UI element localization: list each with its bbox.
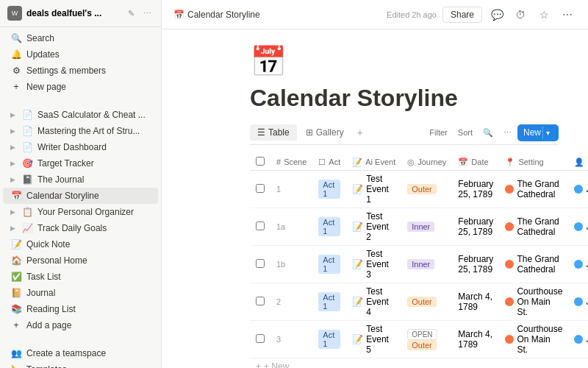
person-icon — [574, 185, 583, 194]
table-row[interactable]: 3 Act 1 📝 Test Event 5 OPEN Outer March … — [250, 321, 588, 358]
table-row[interactable]: 2 Act 1 📝 Test Event 4 Outer March 4, 17… — [250, 283, 588, 321]
sidebar-item-journal2[interactable]: 📔 Journal — [3, 285, 158, 301]
select-all-checkbox[interactable] — [256, 157, 265, 166]
focus-char-cell: John Doe — [568, 208, 588, 246]
scene-cell: 1a — [270, 208, 312, 246]
col-header-act[interactable]: ☐ Act — [312, 154, 346, 171]
add-row-button[interactable]: + + New — [250, 358, 559, 368]
journey-tag[interactable]: Inner — [407, 259, 434, 269]
calendar-icon: 📅 — [10, 191, 22, 201]
pencil-icon[interactable]: ✎ — [124, 7, 137, 20]
note-icon: 📝 — [10, 239, 22, 250]
sidebar-item-personal-home[interactable]: 🏠 Personal Home — [3, 252, 158, 269]
table-row[interactable]: 1 Act 1 📝 Test Event 1 Outer February 25… — [250, 171, 588, 208]
more-table-options[interactable]: ⋯ — [499, 127, 516, 139]
col-header-setting[interactable]: 📍 Setting — [499, 154, 568, 171]
act-tag[interactable]: Act 1 — [318, 255, 340, 274]
col-header-ai-event[interactable]: 📝 Ai Event — [346, 154, 401, 171]
event-name[interactable]: 📝 Test Event 3 — [352, 249, 395, 280]
journey-tag[interactable]: Outer — [407, 297, 437, 307]
history-icon[interactable]: ⏱ — [512, 6, 529, 24]
sidebar-item-create-teamspace[interactable]: 👥 Create a teamspace — [3, 345, 158, 361]
row-checkbox[interactable] — [256, 297, 265, 305]
char-cell[interactable]: John Doe — [574, 184, 588, 194]
search-table-button[interactable]: 🔍 — [478, 127, 498, 139]
new-record-button[interactable]: New ▾ — [517, 124, 559, 141]
focus-char-cell: John Doe — [568, 321, 588, 358]
tab-table[interactable]: ☰ Table — [250, 124, 297, 141]
sidebar-item-journal[interactable]: ▶ 📓 The Journal — [3, 171, 158, 188]
sidebar-item-add-page[interactable]: + Add a page — [3, 317, 158, 333]
event-name[interactable]: 📝 Test Event 5 — [352, 324, 395, 355]
location-cell[interactable]: The Grand Cathedral — [505, 179, 562, 199]
char-cell[interactable]: John Doe — [574, 259, 588, 269]
char-cell[interactable]: John Doe — [574, 334, 588, 344]
sidebar-item-saas[interactable]: ▶ 📄 SaaS Calculator & Cheat ... — [3, 107, 158, 123]
row-checkbox-cell — [250, 246, 270, 283]
sidebar-item-reading-list[interactable]: 📚 Reading List — [3, 301, 158, 317]
tab-gallery[interactable]: ⊞ Gallery — [298, 124, 351, 141]
open-badge: OPEN — [407, 329, 437, 340]
sidebar-item-quick-note[interactable]: 📝 Quick Note — [3, 236, 158, 252]
sidebar-item-personal-organizer[interactable]: ▶ 📋 Your Personal Organizer — [3, 204, 158, 220]
act-tag[interactable]: Act 1 — [318, 180, 340, 199]
char-cell[interactable]: Jane Doe — [574, 297, 588, 307]
event-name[interactable]: 📝 Test Event 4 — [352, 286, 395, 317]
sidebar-item-target[interactable]: ▶ 🎯 Target Tracker — [3, 155, 158, 171]
col-header-focus-character[interactable]: 👤 Focus Character — [568, 154, 588, 171]
journey-tag[interactable]: Outer — [407, 340, 437, 350]
row-checkbox[interactable] — [256, 334, 265, 343]
sidebar-item-newpage[interactable]: + New page — [3, 79, 158, 95]
event-icon: 📝 — [352, 334, 363, 344]
share-button[interactable]: Share — [442, 7, 482, 23]
row-checkbox-cell — [250, 208, 270, 246]
sidebar-item-settings[interactable]: ⚙ Settings & members — [3, 63, 158, 79]
journey-tag[interactable]: Outer — [407, 184, 437, 194]
sort-button[interactable]: Sort — [453, 127, 477, 138]
comment-icon[interactable]: 💬 — [488, 6, 506, 24]
location-cell[interactable]: The Grand Cathedral — [505, 216, 562, 237]
col-check — [250, 154, 270, 171]
col-header-journey[interactable]: ◎ Journey — [401, 154, 452, 171]
table-row[interactable]: 1b Act 1 📝 Test Event 3 Inner February 2… — [250, 246, 588, 283]
sidebar-item-track-daily[interactable]: ▶ 📈 Track Daily Goals — [3, 220, 158, 236]
sidebar-top-bar: W deals dealfuel's ... ✎ ⋯ — [0, 0, 161, 27]
page-content: 📅 Calendar Storyline ☰ Table ⊞ Gallery +… — [162, 29, 588, 368]
sidebar-item-task-list[interactable]: ✅ Task List — [3, 269, 158, 285]
scene-number: 1a — [276, 222, 285, 231]
favorite-icon[interactable]: ☆ — [535, 6, 553, 24]
sidebar-item-writer[interactable]: ▶ 📄 Writer Dashboard — [3, 139, 158, 155]
journey-tag[interactable]: Inner — [407, 222, 434, 232]
add-view-button[interactable]: + — [353, 124, 368, 141]
location-cell[interactable]: The Grand Cathedral — [505, 254, 562, 275]
row-checkbox[interactable] — [256, 184, 265, 193]
date-cell: March 4, 1789 — [452, 283, 499, 321]
new-dropdown-arrow[interactable]: ▾ — [542, 127, 553, 139]
setting-cell: Courthouse On Main St. — [499, 321, 568, 358]
sidebar-item-search[interactable]: 🔍 Search — [3, 30, 158, 46]
col-header-date[interactable]: 📅 Date — [452, 154, 499, 171]
char-cell[interactable]: John Doe — [574, 222, 588, 232]
location-pin-icon — [505, 297, 514, 306]
sidebar-item-mastering[interactable]: ▶ 📄 Mastering the Art of Stru... — [3, 123, 158, 139]
more-options-icon[interactable]: ⋯ — [559, 6, 576, 24]
date-col-icon: 📅 — [458, 158, 468, 167]
row-checkbox[interactable] — [256, 222, 265, 230]
filter-button[interactable]: Filter — [425, 127, 451, 138]
more-icon[interactable]: ⋯ — [140, 7, 154, 20]
table-row[interactable]: 1a Act 1 📝 Test Event 2 Inner February 2… — [250, 208, 588, 246]
col-header-scene[interactable]: # Scene — [270, 154, 312, 171]
sidebar-item-updates[interactable]: 🔔 Updates — [3, 46, 158, 63]
event-name[interactable]: 📝 Test Event 2 — [352, 211, 395, 242]
sidebar-item-calendar-storyline[interactable]: 📅 Calendar Storyline — [3, 188, 158, 204]
date-cell: February 25, 1789 — [452, 171, 499, 208]
act-tag[interactable]: Act 1 — [318, 217, 340, 236]
location-cell[interactable]: Courthouse On Main St. — [505, 324, 562, 355]
event-name[interactable]: 📝 Test Event 1 — [352, 174, 395, 205]
row-checkbox[interactable] — [256, 259, 265, 268]
sidebar-item-templates[interactable]: 📐 Templates — [3, 361, 158, 368]
act-tag[interactable]: Act 1 — [318, 330, 340, 349]
act-tag[interactable]: Act 1 — [318, 292, 340, 311]
sidebar-nav: 🔍 Search 🔔 Updates ⚙ Settings & members … — [0, 27, 161, 98]
location-cell[interactable]: Courthouse On Main St. — [505, 286, 562, 317]
